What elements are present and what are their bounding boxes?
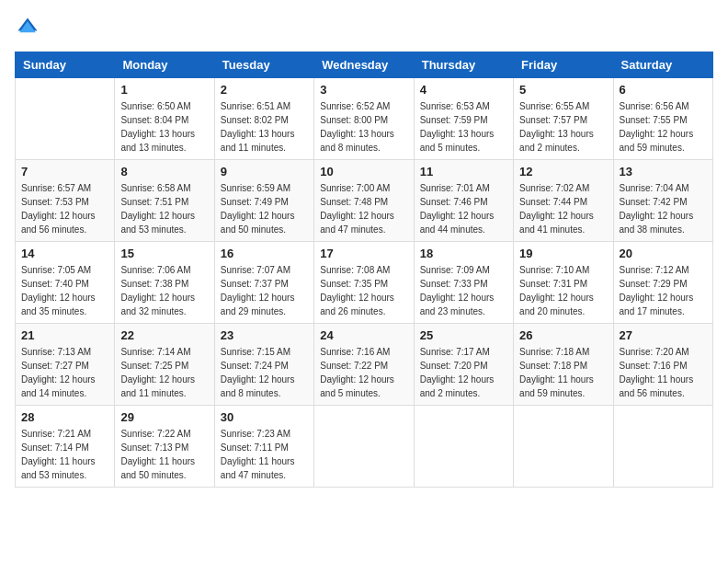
page-header <box>15 15 713 40</box>
calendar-cell: 16Sunrise: 7:07 AMSunset: 7:37 PMDayligh… <box>214 242 313 324</box>
day-number: 1 <box>120 83 208 97</box>
calendar-cell <box>16 78 115 160</box>
day-number: 29 <box>120 410 208 424</box>
day-info: Sunrise: 7:08 AMSunset: 7:35 PMDaylight:… <box>320 263 407 318</box>
weekday-header-sunday: Sunday <box>16 52 115 78</box>
calendar-week-4: 21Sunrise: 7:13 AMSunset: 7:27 PMDayligh… <box>16 324 713 406</box>
day-info: Sunrise: 7:01 AMSunset: 7:46 PMDaylight:… <box>420 181 507 236</box>
calendar-cell <box>414 406 513 488</box>
day-number: 19 <box>519 247 607 260</box>
day-info: Sunrise: 6:59 AMSunset: 7:49 PMDaylight:… <box>221 181 308 236</box>
weekday-header-row: SundayMondayTuesdayWednesdayThursdayFrid… <box>16 52 713 78</box>
day-number: 13 <box>620 165 707 178</box>
calendar-cell: 14Sunrise: 7:05 AMSunset: 7:40 PMDayligh… <box>16 242 115 324</box>
day-info: Sunrise: 6:53 AMSunset: 7:59 PMDaylight:… <box>420 99 507 155</box>
calendar-cell: 11Sunrise: 7:01 AMSunset: 7:46 PMDayligh… <box>414 160 513 242</box>
calendar-cell: 5Sunrise: 6:55 AMSunset: 7:57 PMDaylight… <box>514 78 613 160</box>
calendar-cell: 19Sunrise: 7:10 AMSunset: 7:31 PMDayligh… <box>514 242 613 324</box>
day-number: 17 <box>320 247 407 260</box>
calendar-week-1: 1Sunrise: 6:50 AMSunset: 8:04 PMDaylight… <box>16 78 713 160</box>
calendar-cell: 24Sunrise: 7:16 AMSunset: 7:22 PMDayligh… <box>314 324 414 406</box>
calendar-cell: 28Sunrise: 7:21 AMSunset: 7:14 PMDayligh… <box>16 406 115 488</box>
day-number: 25 <box>420 328 507 342</box>
day-info: Sunrise: 7:07 AMSunset: 7:37 PMDaylight:… <box>221 263 308 318</box>
calendar-cell: 22Sunrise: 7:14 AMSunset: 7:25 PMDayligh… <box>115 324 214 406</box>
calendar-cell: 21Sunrise: 7:13 AMSunset: 7:27 PMDayligh… <box>16 324 115 406</box>
calendar-cell: 7Sunrise: 6:57 AMSunset: 7:53 PMDaylight… <box>16 160 115 242</box>
day-number: 5 <box>519 83 607 97</box>
day-info: Sunrise: 6:58 AMSunset: 7:51 PMDaylight:… <box>120 181 208 236</box>
weekday-header-tuesday: Tuesday <box>214 52 313 78</box>
day-info: Sunrise: 7:09 AMSunset: 7:33 PMDaylight:… <box>420 263 507 318</box>
day-info: Sunrise: 7:05 AMSunset: 7:40 PMDaylight:… <box>21 263 108 318</box>
day-info: Sunrise: 7:17 AMSunset: 7:20 PMDaylight:… <box>420 345 507 400</box>
weekday-header-saturday: Saturday <box>613 52 712 78</box>
day-info: Sunrise: 6:57 AMSunset: 7:53 PMDaylight:… <box>21 181 108 236</box>
day-number: 22 <box>120 328 208 342</box>
weekday-header-friday: Friday <box>514 52 613 78</box>
calendar-cell: 4Sunrise: 6:53 AMSunset: 7:59 PMDaylight… <box>414 78 513 160</box>
calendar-week-5: 28Sunrise: 7:21 AMSunset: 7:14 PMDayligh… <box>16 406 713 488</box>
calendar-cell: 30Sunrise: 7:23 AMSunset: 7:11 PMDayligh… <box>214 406 313 488</box>
day-info: Sunrise: 7:00 AMSunset: 7:48 PMDaylight:… <box>320 181 407 236</box>
weekday-header-thursday: Thursday <box>414 52 513 78</box>
day-info: Sunrise: 7:23 AMSunset: 7:11 PMDaylight:… <box>221 427 308 482</box>
day-info: Sunrise: 7:16 AMSunset: 7:22 PMDaylight:… <box>320 345 407 400</box>
day-number: 4 <box>420 83 507 97</box>
day-info: Sunrise: 7:02 AMSunset: 7:44 PMDaylight:… <box>519 181 607 236</box>
calendar-cell: 12Sunrise: 7:02 AMSunset: 7:44 PMDayligh… <box>514 160 613 242</box>
calendar-cell: 6Sunrise: 6:56 AMSunset: 7:55 PMDaylight… <box>613 78 712 160</box>
calendar-cell: 26Sunrise: 7:18 AMSunset: 7:18 PMDayligh… <box>514 324 613 406</box>
day-info: Sunrise: 7:14 AMSunset: 7:25 PMDaylight:… <box>120 345 208 400</box>
day-number: 16 <box>221 247 308 260</box>
calendar-cell: 13Sunrise: 7:04 AMSunset: 7:42 PMDayligh… <box>613 160 712 242</box>
day-number: 12 <box>519 165 607 178</box>
day-number: 10 <box>320 165 407 178</box>
day-number: 23 <box>221 328 308 342</box>
day-number: 20 <box>620 247 707 260</box>
calendar-cell <box>314 406 414 488</box>
day-number: 27 <box>620 328 707 342</box>
day-number: 11 <box>420 165 507 178</box>
day-info: Sunrise: 7:12 AMSunset: 7:29 PMDaylight:… <box>620 263 707 318</box>
day-info: Sunrise: 7:18 AMSunset: 7:18 PMDaylight:… <box>519 345 607 400</box>
logo <box>15 15 44 40</box>
weekday-header-wednesday: Wednesday <box>314 52 414 78</box>
day-number: 30 <box>221 410 308 424</box>
calendar-cell: 15Sunrise: 7:06 AMSunset: 7:38 PMDayligh… <box>115 242 214 324</box>
calendar-cell: 2Sunrise: 6:51 AMSunset: 8:02 PMDaylight… <box>214 78 313 160</box>
calendar-cell: 1Sunrise: 6:50 AMSunset: 8:04 PMDaylight… <box>115 78 214 160</box>
day-info: Sunrise: 7:10 AMSunset: 7:31 PMDaylight:… <box>519 263 607 318</box>
calendar-cell: 27Sunrise: 7:20 AMSunset: 7:16 PMDayligh… <box>613 324 712 406</box>
calendar-week-3: 14Sunrise: 7:05 AMSunset: 7:40 PMDayligh… <box>16 242 713 324</box>
weekday-header-monday: Monday <box>115 52 214 78</box>
day-info: Sunrise: 7:15 AMSunset: 7:24 PMDaylight:… <box>221 345 308 400</box>
day-info: Sunrise: 6:56 AMSunset: 7:55 PMDaylight:… <box>620 99 707 155</box>
calendar-cell: 29Sunrise: 7:22 AMSunset: 7:13 PMDayligh… <box>115 406 214 488</box>
day-number: 6 <box>620 83 707 97</box>
day-info: Sunrise: 7:21 AMSunset: 7:14 PMDaylight:… <box>21 427 108 482</box>
day-number: 24 <box>320 328 407 342</box>
day-number: 15 <box>120 247 208 260</box>
calendar-cell: 20Sunrise: 7:12 AMSunset: 7:29 PMDayligh… <box>613 242 712 324</box>
day-info: Sunrise: 7:13 AMSunset: 7:27 PMDaylight:… <box>21 345 108 400</box>
day-number: 28 <box>21 410 108 424</box>
day-info: Sunrise: 6:51 AMSunset: 8:02 PMDaylight:… <box>221 99 308 155</box>
calendar-cell: 9Sunrise: 6:59 AMSunset: 7:49 PMDaylight… <box>214 160 313 242</box>
calendar-week-2: 7Sunrise: 6:57 AMSunset: 7:53 PMDaylight… <box>16 160 713 242</box>
calendar-cell: 10Sunrise: 7:00 AMSunset: 7:48 PMDayligh… <box>314 160 414 242</box>
day-number: 8 <box>120 165 208 178</box>
calendar-cell <box>514 406 613 488</box>
calendar-cell: 8Sunrise: 6:58 AMSunset: 7:51 PMDaylight… <box>115 160 214 242</box>
calendar-cell: 23Sunrise: 7:15 AMSunset: 7:24 PMDayligh… <box>214 324 313 406</box>
day-info: Sunrise: 7:22 AMSunset: 7:13 PMDaylight:… <box>120 427 208 482</box>
day-info: Sunrise: 7:04 AMSunset: 7:42 PMDaylight:… <box>620 181 707 236</box>
calendar-cell <box>613 406 712 488</box>
day-number: 2 <box>221 83 308 97</box>
day-info: Sunrise: 6:52 AMSunset: 8:00 PMDaylight:… <box>320 99 407 155</box>
calendar-table: SundayMondayTuesdayWednesdayThursdayFrid… <box>15 52 713 488</box>
day-number: 3 <box>320 83 407 97</box>
calendar-cell: 17Sunrise: 7:08 AMSunset: 7:35 PMDayligh… <box>314 242 414 324</box>
day-info: Sunrise: 7:06 AMSunset: 7:38 PMDaylight:… <box>120 263 208 318</box>
day-number: 21 <box>21 328 108 342</box>
